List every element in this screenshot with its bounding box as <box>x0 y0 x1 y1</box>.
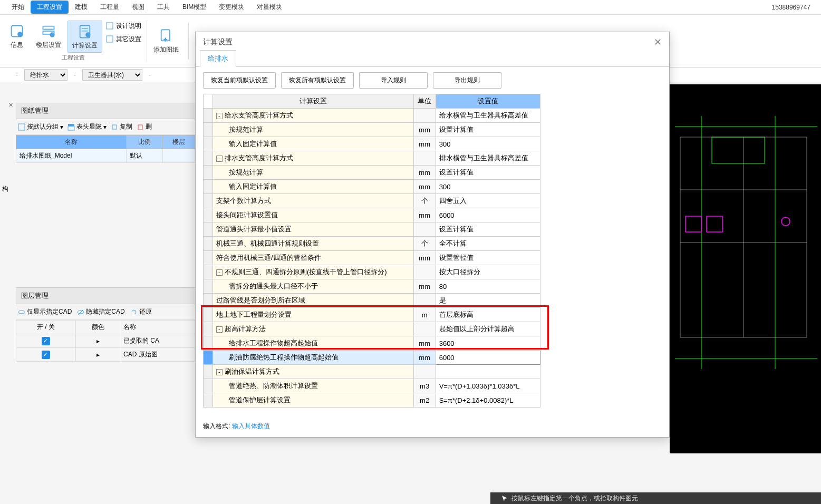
tree-toggle-icon[interactable]: - <box>216 326 223 333</box>
export-rules-button[interactable]: 导出规则 <box>433 72 501 89</box>
import-rules-button[interactable]: 导入规则 <box>359 72 428 89</box>
tree-toggle-icon[interactable]: - <box>216 369 223 375</box>
settings-row[interactable]: 刷油防腐绝热工程操作物超高起始值mm6000 <box>204 351 540 365</box>
setting-value-cell[interactable]: S=π*(D+2.1δ+0.0082)*L <box>436 393 540 408</box>
settings-row[interactable]: 按规范计算mm设置计算值 <box>204 166 540 180</box>
cad-viewport[interactable] <box>670 84 821 453</box>
settings-row[interactable]: 支架个数计算方式个四舍五入 <box>204 194 540 208</box>
ribbon-info[interactable]: 信息 <box>4 21 30 53</box>
layer-row[interactable]: ✓ ▸ 已提取的 CA <box>16 334 195 348</box>
settings-row[interactable]: 管道保护层计算设置m2S=π*(D+2.1δ+0.0082)*L <box>204 393 540 408</box>
settings-row[interactable]: 给排水工程操作物超高起始值mm3600 <box>204 336 540 351</box>
settings-table: 计算设置 单位 设置值 -给水支管高度计算方式给水横管与卫生器具标高差值按规范计… <box>203 94 540 408</box>
layer-color-cell[interactable]: ▸ <box>75 334 121 348</box>
svg-rect-9 <box>107 23 113 29</box>
delete-button[interactable]: 删 <box>137 122 152 131</box>
tab-view[interactable]: 视图 <box>125 1 151 14</box>
tab-bim[interactable]: BIM模型 <box>176 1 213 14</box>
col-floor[interactable]: 楼层 <box>162 135 195 149</box>
setting-value-cell[interactable]: 6000 <box>436 351 540 365</box>
floor-icon <box>40 23 57 40</box>
settings-row[interactable]: -不规则三通、四通拆分原则(按直线干管上管口径拆分)按大口径拆分 <box>204 265 540 279</box>
close-icon[interactable]: ✕ <box>654 36 662 48</box>
setting-value-cell[interactable]: 排水横管与卫生器具标高差值 <box>436 151 540 166</box>
setting-value-cell[interactable]: 设置计算值 <box>436 222 540 237</box>
ribbon-design-desc[interactable]: 设计说明 <box>104 21 142 32</box>
settings-row[interactable]: 接头间距计算设置值mm6000 <box>204 208 540 222</box>
svg-rect-26 <box>18 124 25 130</box>
system-select[interactable]: 给排水 <box>24 69 67 81</box>
setting-value-cell[interactable]: 给水横管与卫生器具标高差值 <box>436 109 540 123</box>
setting-value-cell[interactable]: 3600 <box>436 336 540 351</box>
dialog-tab-plumbing[interactable]: 给排水 <box>200 50 236 67</box>
setting-value-cell[interactable]: 设置计算值 <box>436 166 540 180</box>
close-panel-icon[interactable]: ✕ <box>8 102 13 109</box>
layer-row[interactable]: ✓ ▸ CAD 原始图 <box>16 348 195 362</box>
settings-row[interactable]: -给水支管高度计算方式给水横管与卫生器具标高差值 <box>204 109 540 123</box>
setting-value-cell[interactable]: 80 <box>436 279 540 294</box>
input-format-link[interactable]: 输入具体数值 <box>232 422 270 430</box>
header-toggle-button[interactable]: 表头显隐 ▾ <box>67 122 107 131</box>
ribbon-add-drawing[interactable]: 添加图纸 <box>149 25 183 56</box>
reset-all-button[interactable]: 恢复所有项默认设置 <box>281 72 354 89</box>
setting-value-cell[interactable]: 全不计算 <box>436 237 540 251</box>
setting-value-cell[interactable]: 四舍五入 <box>436 194 540 208</box>
settings-row[interactable]: 管道通头计算最小值设置设置计算值 <box>204 222 540 237</box>
layer-color-cell[interactable]: ▸ <box>75 348 121 362</box>
drawing-row[interactable]: 给排水图纸_Model 默认 <box>16 149 195 163</box>
ribbon-calc-settings[interactable]: 计算设置 <box>67 21 102 53</box>
show-cad-button[interactable]: 仅显示指定CAD <box>18 307 72 316</box>
tree-toggle-icon[interactable]: - <box>216 113 223 119</box>
setting-value-cell[interactable]: 是 <box>436 294 540 308</box>
copy-button[interactable]: 复制 <box>111 122 132 131</box>
setting-value-cell[interactable]: 按大口径拆分 <box>436 265 540 279</box>
col-scale[interactable]: 比例 <box>126 135 162 149</box>
setting-value-cell[interactable]: 300 <box>436 137 540 151</box>
dialog-title: 计算设置 <box>203 37 233 47</box>
col-toggle: 开 / 关 <box>16 321 76 334</box>
group-button[interactable]: 按默认分组 ▾ <box>18 122 63 131</box>
settings-row[interactable]: 地上地下工程量划分设置m首层底标高 <box>204 308 540 322</box>
tab-quantity[interactable]: 工程量 <box>94 1 125 14</box>
tab-project-settings[interactable]: 工程设置 <box>31 1 69 14</box>
drawing-table: 名称 比例 楼层 给排水图纸_Model 默认 <box>16 135 195 163</box>
settings-row[interactable]: -刷油保温计算方式 <box>204 365 540 379</box>
tree-toggle-icon[interactable]: - <box>216 269 223 276</box>
layer-toggle-checkbox[interactable]: ✓ <box>42 351 50 359</box>
setting-value-cell[interactable]: 300 <box>436 180 540 194</box>
settings-row[interactable]: 输入固定计算值mm300 <box>204 137 540 151</box>
setting-value-cell[interactable] <box>436 365 540 379</box>
settings-row[interactable]: -排水支管高度计算方式排水横管与卫生器具标高差值 <box>204 151 540 166</box>
setting-value-cell[interactable]: V=π*(D+1.033δ)*1.033δ*L <box>436 379 540 393</box>
tab-compare[interactable]: 对量模块 <box>250 1 288 14</box>
settings-row[interactable]: 输入固定计算值mm300 <box>204 180 540 194</box>
restore-button[interactable]: 还原 <box>130 307 152 316</box>
tab-tools[interactable]: 工具 <box>151 1 176 14</box>
reset-current-button[interactable]: 恢复当前项默认设置 <box>203 72 276 89</box>
setting-value-cell[interactable]: 起始值以上部分计算超高 <box>436 322 540 336</box>
settings-row[interactable]: 按规范计算mm设置计算值 <box>204 123 540 137</box>
settings-row[interactable]: 机械三通、机械四通计算规则设置个全不计算 <box>204 237 540 251</box>
svg-point-8 <box>85 32 90 37</box>
tree-toggle-icon[interactable]: - <box>216 156 223 162</box>
setting-value-cell[interactable]: 设置计算值 <box>436 123 540 137</box>
settings-row[interactable]: -超高计算方法起始值以上部分计算超高 <box>204 322 540 336</box>
status-bar: 按鼠标左键指定第一个角点，或拾取构件图元 <box>490 492 821 504</box>
settings-row[interactable]: 符合使用机械三通/四通的管径条件mm设置管径值 <box>204 251 540 265</box>
hide-cad-button[interactable]: 隐藏指定CAD <box>77 307 124 316</box>
ribbon-other-settings[interactable]: 其它设置 <box>104 34 142 45</box>
col-name[interactable]: 名称 <box>16 135 127 149</box>
setting-value-cell[interactable]: 首层底标高 <box>436 308 540 322</box>
dock-label: 构 <box>2 185 8 193</box>
tab-change[interactable]: 变更模块 <box>213 1 250 14</box>
layer-toggle-checkbox[interactable]: ✓ <box>42 337 50 345</box>
tab-start[interactable]: 开始 <box>5 1 31 14</box>
settings-row[interactable]: 管道绝热、防潮体积计算设置m3V=π*(D+1.033δ)*1.033δ*L <box>204 379 540 393</box>
setting-value-cell[interactable]: 6000 <box>436 208 540 222</box>
tab-modeling[interactable]: 建模 <box>69 1 94 14</box>
component-select[interactable]: 卫生器具(水) <box>82 69 142 81</box>
ribbon-floor[interactable]: 楼层设置 <box>32 21 65 53</box>
settings-row[interactable]: 过路管线是否划分到所在区域是 <box>204 294 540 308</box>
setting-value-cell[interactable]: 设置管径值 <box>436 251 540 265</box>
settings-row[interactable]: 需拆分的通头最大口径不小于mm80 <box>204 279 540 294</box>
